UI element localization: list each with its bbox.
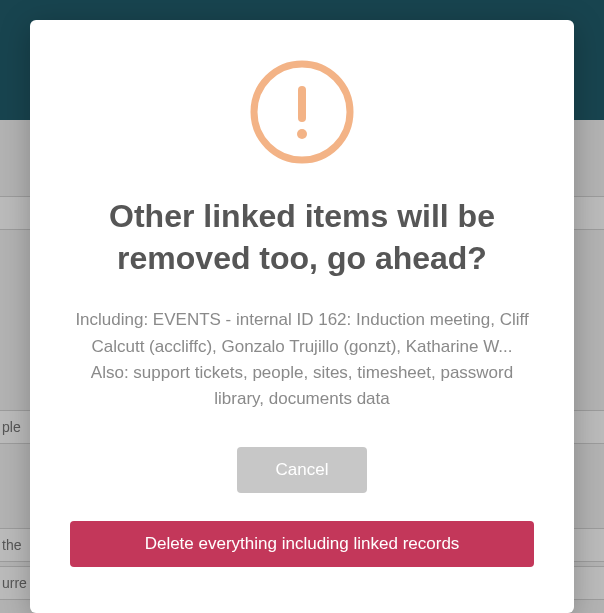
delete-confirm-button[interactable]: Delete everything including linked recor… — [70, 521, 534, 567]
confirm-delete-modal: Other linked items will be removed too, … — [30, 20, 574, 613]
modal-title: Other linked items will be removed too, … — [70, 196, 534, 279]
cancel-button[interactable]: Cancel — [237, 447, 367, 493]
warning-icon — [248, 58, 356, 166]
svg-point-2 — [297, 129, 307, 139]
modal-desc-line1: Including: EVENTS - internal ID 162: Ind… — [75, 310, 528, 355]
modal-desc-line2: Also: support tickets, people, sites, ti… — [91, 363, 513, 408]
svg-rect-1 — [298, 86, 306, 122]
modal-description: Including: EVENTS - internal ID 162: Ind… — [70, 307, 534, 412]
